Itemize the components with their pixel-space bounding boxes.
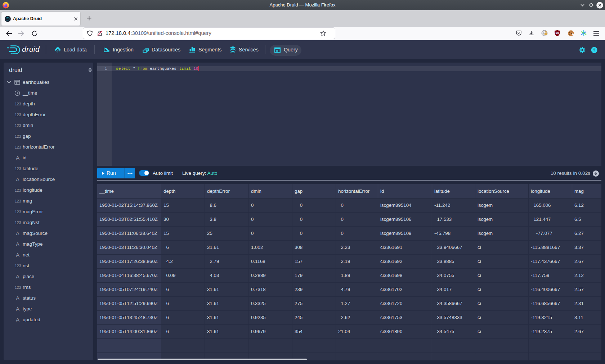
svg-text:?: ? [593,48,595,52]
svg-text:uO: uO [556,32,559,34]
